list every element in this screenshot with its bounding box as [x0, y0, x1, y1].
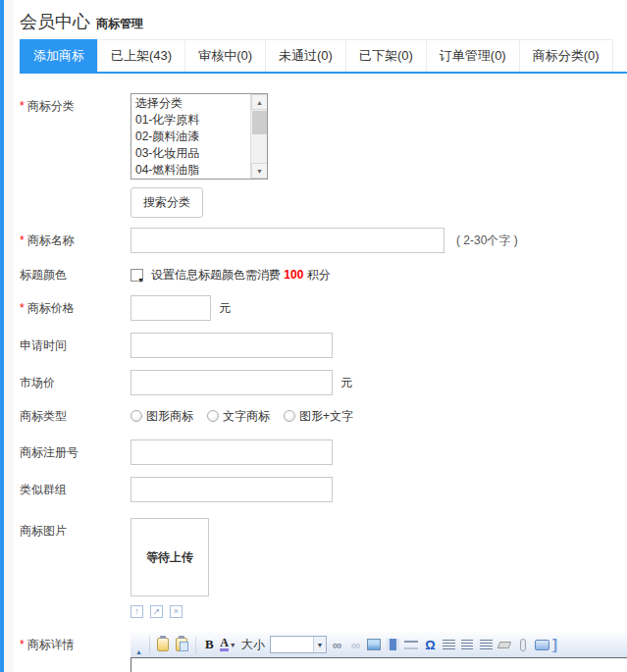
category-options: 选择分类 01-化学原料 02-颜料油漆 03-化妆用品 04-燃料油脂 05-: [131, 95, 250, 180]
listbox-scrollbar[interactable]: ▲ ▼: [250, 94, 267, 179]
market-price-input[interactable]: [131, 370, 333, 395]
tab-on-shelf[interactable]: 已上架(43): [97, 39, 185, 72]
radio-graphic-text-trademark[interactable]: 图形+文字: [284, 408, 353, 425]
row-reg-no: 商标注册号: [20, 439, 627, 465]
preview-icon[interactable]: ↗: [150, 605, 163, 618]
toolbar-end-bracket: ]: [552, 636, 557, 654]
category-option[interactable]: 05-: [131, 179, 250, 180]
tab-under-review[interactable]: 审核中(0): [184, 39, 266, 72]
title-color-label: 标题颜色: [20, 266, 131, 284]
market-price-unit: 元: [340, 375, 352, 391]
category-option[interactable]: 03-化妆用品: [131, 145, 250, 162]
tab-order-management[interactable]: 订单管理(0): [426, 39, 520, 72]
collapse-toolbar-icon[interactable]: ▲: [133, 648, 144, 657]
row-apply-time: 申请时间: [20, 333, 627, 358]
apply-time-input[interactable]: [131, 333, 333, 358]
category-option[interactable]: 选择分类: [131, 95, 250, 112]
row-image: 商标图片 等待上传 ↑ ↗ ×: [20, 518, 627, 618]
type-radio-group: 图形商标 文字商标 图形+文字: [131, 408, 353, 425]
tab-off-shelf[interactable]: 已下架(0): [345, 39, 427, 72]
align-right-icon[interactable]: [478, 636, 495, 653]
font-size-label: 大小: [241, 637, 265, 653]
name-hint: ( 2-30个字 ): [456, 233, 518, 249]
attachment-icon[interactable]: [515, 636, 532, 653]
name-label: *商标名称: [20, 232, 131, 249]
font-color-button[interactable]: A▼: [220, 636, 236, 653]
detail-label: *商标详情: [20, 632, 131, 653]
rich-text-editor: ▲ B A▼ 大小 ▼ ∞ ∞ Ω: [131, 632, 627, 672]
bold-button[interactable]: B: [201, 636, 218, 653]
image-upload-area: 等待上传 ↑ ↗ ×: [131, 518, 209, 618]
trademark-name-input[interactable]: [131, 228, 444, 253]
similar-group-label: 类似群组: [20, 481, 131, 498]
title-color-checkbox[interactable]: ▼: [131, 269, 143, 282]
align-left-icon[interactable]: [441, 636, 457, 653]
page-header: 会员中心商标管理: [20, 0, 627, 39]
member-center-page: 会员中心商标管理 添加商标 已上架(43) 审核中(0) 未通过(0) 已下架(…: [13, 0, 627, 672]
image-upload-box[interactable]: 等待上传: [131, 518, 209, 596]
upload-icon[interactable]: ↑: [131, 605, 143, 618]
chevron-down-icon: ▼: [230, 642, 236, 648]
points-cost: 100: [284, 268, 303, 282]
radio-text-trademark[interactable]: 文字商标: [207, 408, 270, 425]
radio-icon: [131, 410, 142, 422]
category-controls: 选择分类 01-化学原料 02-颜料油漆 03-化妆用品 04-燃料油脂 05-…: [131, 93, 268, 218]
remove-link-icon[interactable]: ∞: [347, 636, 364, 653]
similar-group-input[interactable]: [131, 477, 333, 502]
font-size-select[interactable]: ▼: [270, 636, 327, 653]
insert-image-icon[interactable]: [366, 636, 383, 653]
price-input[interactable]: [131, 295, 211, 321]
tab-add-trademark[interactable]: 添加商标: [20, 39, 98, 72]
page-title: 会员中心: [20, 12, 90, 31]
category-option[interactable]: 01-化学原料: [131, 112, 250, 129]
source-view-icon[interactable]: [534, 636, 550, 653]
toolbar-separator: [149, 637, 150, 653]
category-listbox[interactable]: 选择分类 01-化学原料 02-颜料油漆 03-化妆用品 04-燃料油脂 05-…: [131, 93, 268, 180]
special-character-icon[interactable]: Ω: [422, 636, 439, 653]
category-option[interactable]: 04-燃料油脂: [131, 162, 250, 179]
editor-content-area[interactable]: [131, 658, 627, 672]
row-type: 商标类型 图形商标 文字商标 图形+文字: [20, 407, 627, 425]
row-market-price: 市场价 元: [20, 370, 627, 395]
market-price-label: 市场价: [20, 374, 131, 391]
row-category: *商标分类 选择分类 01-化学原料 02-颜料油漆 03-化妆用品 04-燃料…: [20, 93, 627, 218]
delete-icon[interactable]: ×: [170, 605, 183, 618]
reg-no-input[interactable]: [131, 439, 333, 465]
scroll-up-icon[interactable]: ▲: [251, 94, 268, 110]
reg-no-label: 商标注册号: [20, 443, 131, 461]
price-label: *商标价格: [20, 299, 131, 317]
insert-media-icon[interactable]: [385, 636, 401, 653]
row-price: *商标价格 元: [20, 295, 627, 321]
editor-toolbar: ▲ B A▼ 大小 ▼ ∞ ∞ Ω: [131, 632, 627, 658]
upload-placeholder: 等待上传: [146, 549, 193, 566]
tab-trademark-category[interactable]: 商标分类(0): [519, 39, 613, 72]
category-label: *商标分类: [20, 93, 131, 115]
paste-icon[interactable]: [155, 636, 172, 653]
insert-link-icon[interactable]: ∞: [329, 636, 345, 653]
paste-from-word-icon[interactable]: [174, 636, 190, 653]
radio-graphic-trademark[interactable]: 图形商标: [131, 408, 193, 425]
required-asterisk: *: [20, 638, 25, 651]
align-center-icon[interactable]: [459, 636, 476, 653]
tab-rejected[interactable]: 未通过(0): [265, 39, 346, 72]
row-similar-group: 类似群组: [20, 477, 627, 502]
add-trademark-form: *商标分类 选择分类 01-化学原料 02-颜料油漆 03-化妆用品 04-燃料…: [20, 74, 627, 672]
left-gutter: [4, 0, 13, 672]
type-label: 商标类型: [20, 407, 131, 425]
search-category-button[interactable]: 搜索分类: [131, 187, 203, 218]
page-subtitle: 商标管理: [96, 17, 143, 30]
scroll-down-icon[interactable]: ▼: [251, 163, 268, 179]
required-asterisk: *: [20, 233, 25, 247]
chevron-down-icon: ▼: [313, 637, 326, 652]
category-option[interactable]: 02-颜料油漆: [131, 129, 250, 145]
apply-time-label: 申请时间: [20, 336, 131, 354]
price-unit: 元: [219, 300, 231, 317]
row-detail: *商标详情 ▲ B A▼ 大小 ▼ ∞ ∞ Ω: [20, 632, 627, 672]
remove-format-icon[interactable]: [496, 636, 513, 653]
required-asterisk: *: [20, 99, 25, 113]
color-picker-arrow-icon: ▼: [137, 277, 144, 284]
radio-icon: [284, 410, 295, 422]
scrollbar-thumb[interactable]: [252, 111, 267, 134]
horizontal-rule-icon[interactable]: [403, 636, 420, 653]
upload-actions: ↑ ↗ ×: [131, 605, 209, 618]
